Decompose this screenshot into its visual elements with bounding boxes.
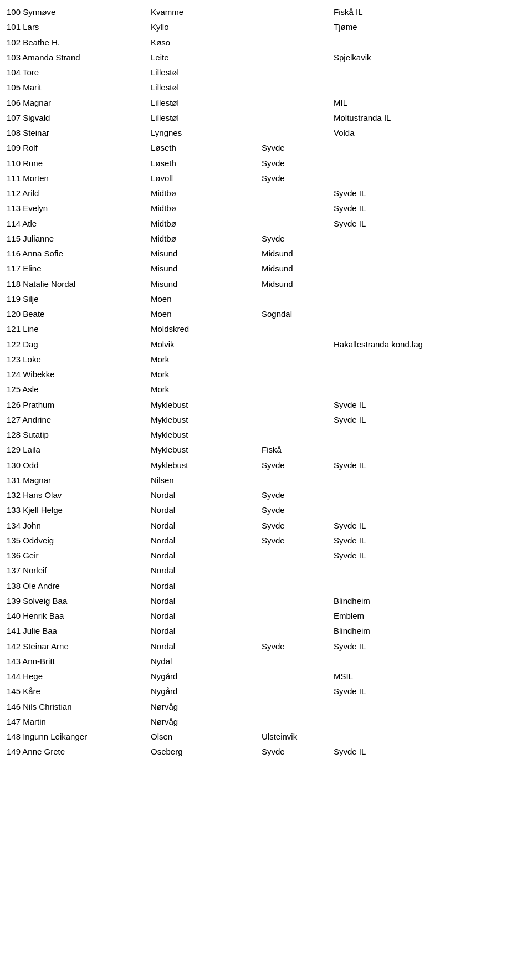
participant-number-name: 101 Lars [7,20,151,33]
participant-club: MIL [334,96,525,109]
participant-city: Syvde [262,172,334,184]
participant-number-name: 128 Sutatip [7,428,151,441]
participant-club: Syvde IL [334,217,525,230]
list-item: 122 DagMolvikHakallestranda kond.lag [7,337,525,352]
list-item: 147 MartinNørvåg [7,714,525,729]
participant-surname: Nordal [151,640,262,653]
participant-number-name: 131 Magnar [7,474,151,486]
participant-club [334,353,525,366]
participant-city [262,51,334,64]
participant-city [262,111,334,124]
participant-surname: Olsen [151,730,262,743]
participant-surname: Moldskred [151,322,262,335]
participant-surname: Midtbø [151,217,262,230]
participant-city [262,20,334,33]
participant-club [334,232,525,245]
participant-club [334,157,525,170]
participant-surname: Myklebust [151,443,262,456]
list-item: 119 SiljeMoen [7,291,525,306]
participant-surname: Myklebust [151,459,262,471]
participant-club [334,428,525,441]
participant-club: Syvde IL [334,459,525,471]
participant-surname: Løvoll [151,172,262,184]
participant-city [262,685,334,697]
participant-city [262,700,334,713]
participant-club [334,307,525,320]
participant-surname: Misund [151,247,262,260]
participant-club: Blindheim [334,594,525,607]
participant-number-name: 122 Dag [7,338,151,351]
list-item: 123 LokeMork [7,352,525,367]
participant-city [262,126,334,139]
list-item: 132 Hans OlavNordalSyvde [7,488,525,502]
participant-city: Ulsteinvik [262,730,334,743]
participant-city [262,624,334,637]
participant-surname: Midtbø [151,232,262,245]
participant-club [334,322,525,335]
participant-city [262,715,334,728]
participant-club [334,172,525,184]
participant-club: Syvde IL [334,549,525,562]
participant-city [262,609,334,622]
participant-number-name: 121 Line [7,322,151,335]
participant-number-name: 145 Kåre [7,685,151,697]
list-item: 140 Henrik BaaNordalEmblem [7,608,525,623]
participant-surname: Misund [151,278,262,290]
list-item: 129 LailaMyklebustFiskå [7,442,525,457]
participant-city [262,293,334,305]
participant-number-name: 134 John [7,519,151,532]
list-item: 121 LineMoldskred [7,321,525,336]
participant-city [262,398,334,411]
participant-club [334,700,525,713]
participant-number-name: 108 Steinar [7,126,151,139]
participant-number-name: 124 Wibekke [7,368,151,381]
participant-surname: Myklebust [151,398,262,411]
participant-surname: Nygård [151,685,262,697]
participant-city: Syvde [262,459,334,471]
participant-surname: Oseberg [151,745,262,758]
participant-number-name: 125 Asle [7,383,151,396]
participant-number-name: 105 Marit [7,81,151,94]
participant-number-name: 107 Sigvald [7,111,151,124]
participant-number-name: 112 Arild [7,187,151,199]
participant-surname: Moen [151,293,262,305]
participant-number-name: 143 Ann-Britt [7,655,151,668]
participant-city: Syvde [262,519,334,532]
participant-club: Syvde IL [334,187,525,199]
list-item: 124 WibekkeMork [7,367,525,382]
list-item: 134 JohnNordalSyvdeSyvde IL [7,518,525,533]
participant-club [334,504,525,516]
participant-club: Blindheim [334,624,525,637]
participant-club: Syvde IL [334,745,525,758]
participant-city [262,81,334,94]
participant-city [262,6,334,18]
participant-city: Syvde [262,504,334,516]
participant-surname: Løseth [151,157,262,170]
participant-number-name: 100 Synnøve [7,6,151,18]
participant-city [262,353,334,366]
participant-surname: Mork [151,368,262,381]
list-item: 111 MortenLøvollSyvde [7,171,525,186]
participant-number-name: 139 Solveig Baa [7,594,151,607]
participant-club: Syvde IL [334,685,525,697]
participant-club [334,81,525,94]
participant-club: Syvde IL [334,413,525,426]
participant-city [262,594,334,607]
participant-city [262,413,334,426]
participant-club: MSIL [334,670,525,683]
participant-club: Volda [334,126,525,139]
participant-number-name: 116 Anna Sofie [7,247,151,260]
participant-number-name: 115 Julianne [7,232,151,245]
participant-city: Syvde [262,640,334,653]
participant-number-name: 140 Henrik Baa [7,609,151,622]
participant-city: Syvde [262,489,334,501]
list-item: 131 MagnarNilsen [7,473,525,488]
participant-city [262,564,334,577]
participant-club: Fiskå IL [334,6,525,18]
participant-surname: Lillestøl [151,96,262,109]
participant-city [262,217,334,230]
participant-city: Syvde [262,534,334,547]
participant-city [262,202,334,214]
participant-number-name: 126 Prathum [7,398,151,411]
participant-club: Syvde IL [334,398,525,411]
